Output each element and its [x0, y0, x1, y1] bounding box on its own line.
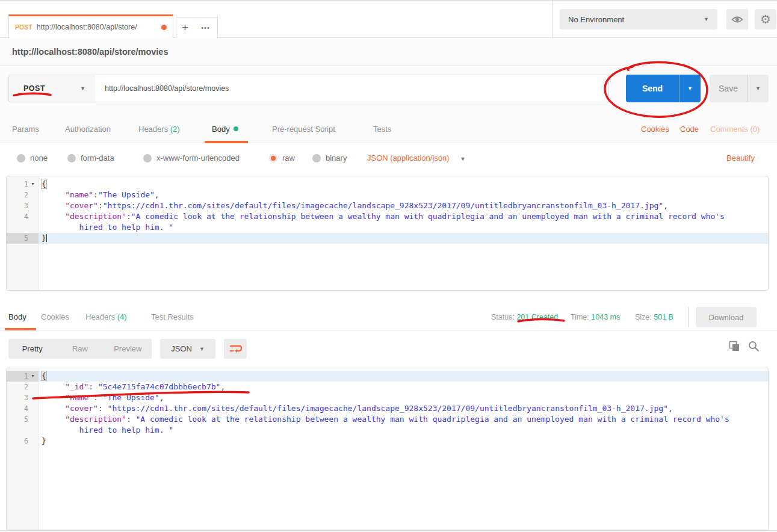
radio-raw[interactable]: raw	[269, 153, 295, 162]
view-raw[interactable]: Raw	[56, 344, 104, 353]
line-number-gutter	[7, 425, 39, 436]
code-line[interactable]: 1▾{	[7, 179, 768, 190]
response-header-row: Body Cookies Headers (4) Test Results St…	[0, 305, 777, 330]
cookies-link[interactable]: Cookies	[641, 125, 669, 134]
new-tab-button[interactable]: +	[176, 17, 194, 38]
view-preview[interactable]: Preview	[104, 344, 152, 353]
time-value: 1043 ms	[591, 313, 620, 321]
code-line[interactable]: 2 "_id": "5c4e715fa74c07dbbb6ecb7b",	[7, 382, 768, 392]
unsaved-changes-dot-icon	[161, 25, 167, 30]
response-tab-test-results[interactable]: Test Results	[151, 312, 194, 321]
header-divider	[552, 1, 553, 38]
response-view-switcher: Pretty Raw Preview	[8, 339, 152, 359]
comments-link[interactable]: Comments (0)	[710, 125, 760, 134]
copy-icon	[729, 341, 740, 352]
status-value: 201 Created	[516, 313, 558, 321]
request-body-editor[interactable]: 1▾{2 "name":"The Upside",3 "cover":"http…	[6, 176, 769, 291]
chevron-down-icon: ▼	[460, 156, 466, 162]
tab-body[interactable]: Body	[212, 125, 238, 134]
header-bar: POST http://localhost:8080/api/store/ + …	[0, 1, 777, 38]
status-badge: Status: 201 Created	[491, 313, 558, 321]
response-toolbar: Pretty Raw Preview JSON ▼	[0, 330, 777, 368]
radio-xwww-label: x-www-form-urlencoded	[156, 153, 240, 162]
response-format-value: JSON	[171, 344, 192, 353]
tab-params[interactable]: Params	[12, 125, 39, 134]
copy-response-button[interactable]	[729, 341, 740, 354]
tab-method-badge: POST	[15, 24, 33, 31]
divider	[688, 307, 689, 327]
tab-authorization[interactable]: Authorization	[65, 125, 111, 134]
environment-quick-look-button[interactable]	[726, 9, 748, 29]
status-label: Status:	[491, 313, 515, 321]
tab-tests[interactable]: Tests	[373, 125, 391, 134]
chevron-down-icon: ▼	[199, 346, 205, 352]
code-line[interactable]: 3 "name": "The Upside",	[7, 392, 768, 403]
radio-none-label: none	[30, 153, 48, 162]
eye-icon	[731, 15, 743, 24]
line-number-gutter: 2	[7, 190, 39, 200]
code-line[interactable]: 1▾{	[7, 371, 768, 382]
search-response-button[interactable]	[748, 341, 760, 354]
code-line[interactable]: hired to help him. "	[7, 425, 768, 436]
send-options-button[interactable]: ▼	[679, 75, 701, 102]
radio-binary[interactable]: binary	[312, 153, 347, 162]
tab-pre-request-script[interactable]: Pre-request Script	[272, 125, 335, 134]
code-line[interactable]: 6}	[7, 436, 768, 447]
code-line[interactable]: 3 "cover":"https://cdn1.thr.com/sites/de…	[7, 200, 768, 211]
request-builder-row: POST ▼ http://localhost:8080/api/store/m…	[0, 66, 777, 115]
download-button[interactable]: Download	[696, 307, 757, 327]
response-body-editor[interactable]: 1▾{2 "_id": "5c4e715fa74c07dbbb6ecb7b",3…	[6, 368, 769, 530]
environment-selector[interactable]: No Environment ▼	[560, 9, 717, 29]
request-tab[interactable]: POST http://localhost:8080/api/store/	[8, 14, 173, 38]
environment-selector-label: No Environment	[568, 15, 704, 24]
beautify-link[interactable]: Beautify	[726, 153, 755, 162]
gear-icon: ⚙	[760, 12, 771, 26]
radio-x-www-form-urlencoded[interactable]: x-www-form-urlencoded	[143, 153, 240, 162]
method-select-value: POST	[23, 84, 80, 93]
code-line[interactable]: 4 "description":"A comedic look at the r…	[7, 211, 768, 222]
time-label: Time:	[571, 313, 589, 321]
size-label: Size:	[635, 313, 652, 321]
code-line[interactable]: 5 "description": "A comedic look at the …	[7, 414, 768, 425]
size-value: 501 B	[654, 313, 673, 321]
line-number-gutter: 3	[7, 200, 39, 211]
code-line[interactable]: hired to help him. "	[7, 222, 768, 233]
tab-headers[interactable]: Headers (2)	[138, 125, 180, 134]
code-line[interactable]: 4 "cover": "https://cdn1.thr.com/sites/d…	[7, 403, 768, 414]
fold-caret-icon[interactable]: ▾	[28, 371, 37, 382]
time-badge: Time: 1043 ms	[571, 313, 620, 321]
send-button[interactable]: Send	[626, 75, 679, 102]
radio-none[interactable]: none	[17, 153, 48, 162]
code-link[interactable]: Code	[680, 125, 699, 134]
request-title-url: http://localhost:8080/api/store/movies	[12, 47, 168, 57]
postman-app-window: POST http://localhost:8080/api/store/ + …	[0, 0, 777, 532]
save-options-button[interactable]: ▼	[747, 75, 769, 102]
url-input[interactable]: http://localhost:8080/api/store/movies	[95, 75, 609, 102]
request-title-bar: http://localhost:8080/api/store/movies	[0, 39, 777, 66]
radio-selected-icon	[269, 154, 277, 162]
more-tabs-button[interactable]: •••	[194, 17, 218, 38]
line-number-gutter: 6	[7, 436, 39, 447]
response-tab-headers[interactable]: Headers (4)	[85, 312, 127, 321]
view-pretty[interactable]: Pretty	[8, 344, 56, 353]
code-line[interactable]: 2 "name":"The Upside",	[7, 190, 768, 200]
response-format-select[interactable]: JSON ▼	[160, 339, 215, 359]
word-wrap-button[interactable]	[224, 339, 247, 359]
radio-form-data[interactable]: form-data	[67, 153, 114, 162]
request-tabs-row: Params Authorization Headers (2) Body Pr…	[0, 115, 777, 143]
radio-icon	[312, 154, 321, 162]
fold-caret-icon[interactable]: ▾	[28, 179, 37, 190]
search-icon	[748, 341, 760, 352]
tab-headers-count: (2)	[170, 125, 180, 134]
content-type-select[interactable]: JSON (application/json)▼	[367, 153, 465, 162]
save-button[interactable]: Save	[710, 75, 747, 102]
response-tab-body[interactable]: Body	[8, 312, 26, 321]
response-tab-cookies[interactable]: Cookies	[41, 312, 69, 321]
code-line[interactable]: 5}	[7, 233, 768, 244]
method-select[interactable]: POST ▼	[8, 75, 96, 102]
settings-button[interactable]: ⚙	[755, 9, 776, 29]
line-number-gutter: 4	[7, 403, 39, 414]
tab-headers-label: Headers	[138, 125, 168, 134]
chevron-down-icon: ▼	[80, 85, 85, 91]
word-wrap-icon	[229, 344, 242, 354]
